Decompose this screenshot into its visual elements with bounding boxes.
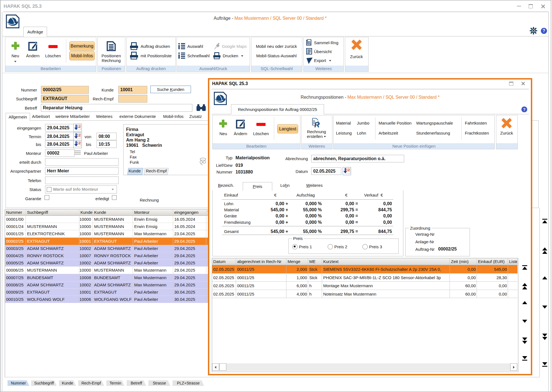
svg-text:R: R [314,121,320,128]
